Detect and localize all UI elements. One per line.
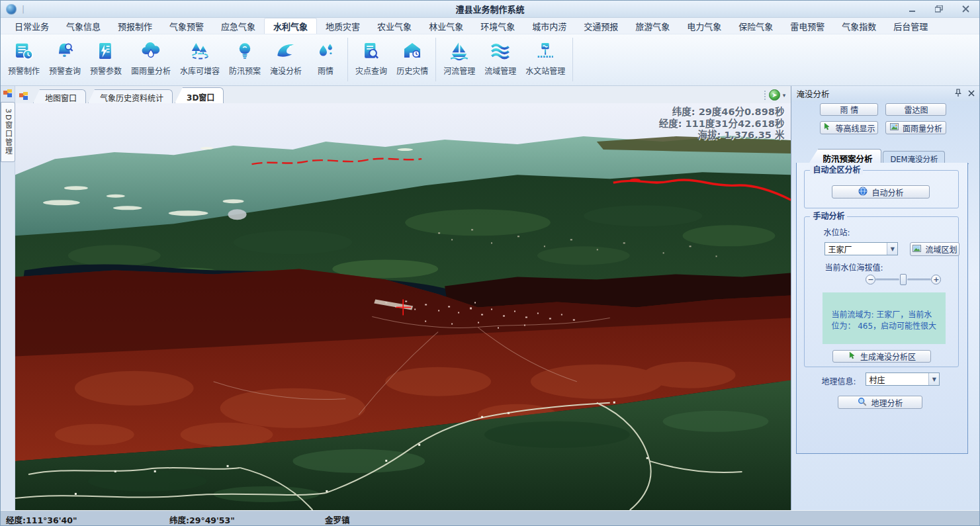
menu-item-emergency-weather[interactable]: 应急气象: [212, 18, 264, 34]
station-combobox[interactable]: 王家厂 ▼: [824, 242, 898, 255]
radar-image-button[interactable]: 雷达图: [885, 103, 946, 116]
add-layer-button[interactable]: ➤: [769, 89, 780, 101]
raindrops-icon: [314, 39, 337, 63]
doc-tab-3d-window[interactable]: 3D窗口: [175, 87, 224, 103]
menu-item-geo-disaster[interactable]: 地质灾害: [317, 18, 369, 34]
pin-icon[interactable]: [955, 89, 961, 99]
geo-info-combobox[interactable]: 村庄 ▼: [866, 373, 940, 386]
globe-icon: [858, 187, 868, 198]
menu-item-insurance-weather[interactable]: 保险气象: [730, 18, 781, 34]
tab-dem-flood-analysis[interactable]: DEM淹没分析: [883, 151, 945, 163]
ribbon-item-reservoir-capacity[interactable]: 水库可增容: [175, 38, 224, 77]
geo-analysis-button[interactable]: 地理分析: [838, 396, 922, 409]
menu-item-forestry-weather[interactable]: 林业气象: [420, 18, 472, 34]
menu-item-environment-weather[interactable]: 环境气象: [472, 18, 523, 34]
ribbon-item-warning-create[interactable]: 预警制作: [3, 38, 44, 77]
panel-body: 雨 情 雷达图 等高线显示 面雨量分析 防汛预案分析 DEM淹没分析: [791, 101, 979, 510]
titlebar-separator: |: [22, 5, 24, 14]
geo-info-label: 地理信息:: [821, 375, 856, 386]
ribbon-item-river-management[interactable]: 河流管理: [439, 38, 480, 77]
ribbon-item-disaster-point-query[interactable]: 灾点查询: [351, 38, 392, 77]
slider-decrease-icon[interactable]: −: [866, 275, 875, 285]
workspace: 3D窗口管理 地图窗口 气象历史资料统计 3D窗口 ➤ ▾: [1, 86, 979, 510]
auto-analysis-button[interactable]: 自动分析: [832, 185, 930, 198]
station-label: 水位站:: [823, 226, 850, 238]
menu-item-traffic-forecast[interactable]: 交通预报: [575, 18, 627, 34]
restore-button[interactable]: [930, 4, 948, 15]
menu-item-agriculture-weather[interactable]: 农业气象: [369, 18, 420, 34]
menu-item-weather-info[interactable]: 气象信息: [58, 18, 109, 34]
area-rain-analysis-button[interactable]: 面雨量分析: [885, 121, 946, 134]
menu-item-forecast-production[interactable]: 预报制作: [109, 18, 161, 34]
slider-track[interactable]: [875, 279, 899, 281]
dock-tab-3d-window-manager[interactable]: 3D窗口管理: [1, 102, 15, 162]
toolbar-overflow-caret[interactable]: ▾: [783, 92, 786, 99]
minimize-button[interactable]: [904, 4, 921, 15]
chevron-down-icon[interactable]: ▼: [887, 243, 897, 255]
window-title: 澧县业务制作系统: [1, 3, 979, 15]
ribbon-item-rain-info[interactable]: 雨情: [306, 38, 345, 77]
cursor-arrow-icon: [823, 122, 831, 133]
status-longitude: 经度:111°36'40": [6, 513, 77, 526]
generate-flood-zone-button[interactable]: 生成淹没分析区: [832, 350, 931, 363]
wave-icon: [274, 39, 298, 63]
doc-tab-weather-history-stats[interactable]: 气象历史资料统计: [88, 89, 173, 103]
doc-tab-map-window[interactable]: 地图窗口: [33, 89, 86, 103]
overlay-longitude: 经度: 111度31分42.618秒: [659, 118, 785, 130]
slider-increase-icon[interactable]: +: [931, 275, 941, 285]
ribbon-item-flood-analysis[interactable]: 淹没分析: [265, 38, 306, 77]
ribbon-item-flood-plan[interactable]: 防汛预案: [224, 38, 265, 77]
menu-item-backend-admin[interactable]: 后台管理: [885, 18, 936, 34]
flood-plan-tab-page: 自动全区分析 自动分析 手动分析 水位站: 王家厂 ▼: [796, 163, 968, 454]
contour-display-button[interactable]: 等高线显示: [820, 121, 878, 134]
water-level-slider[interactable]: − +: [866, 274, 941, 285]
picture-icon: [913, 245, 921, 254]
doc-edit-icon: [12, 39, 36, 63]
status-town: 金罗镇: [325, 513, 350, 526]
ribbon-item-basin-management[interactable]: 流域管理: [480, 38, 521, 77]
menu-item-lightning-warning[interactable]: 雷电预警: [781, 18, 833, 34]
chevron-down-icon[interactable]: ▼: [928, 373, 939, 385]
ribbon-item-history-disaster[interactable]: 历史灾情: [392, 38, 433, 77]
ribbon-group-separator: [347, 38, 348, 81]
ribbon-group-separator: [572, 38, 573, 81]
tab-flood-plan-analysis[interactable]: 防汛预案分析: [809, 149, 881, 163]
map-3d-view[interactable]: 纬度: 29度46分0.898秒 经度: 111度31分42.618秒 海拔: …: [15, 103, 791, 510]
document-area: 地图窗口 气象历史资料统计 3D窗口 ➤ ▾: [15, 86, 791, 510]
ribbon-item-area-rain-analysis[interactable]: 面雨量分析: [126, 38, 175, 77]
water-level-label: 当前水位海拔值:: [824, 261, 883, 273]
app-window: | 澧县业务制作系统 日常业务 气象信息 预报制作 气象预警 应急气象 水利气象…: [0, 0, 980, 526]
app-logo-icon: [6, 4, 17, 15]
ribbon-item-warning-query[interactable]: 预警查询: [44, 38, 85, 77]
status-bar: 经度:111°36'40" 纬度:29°49'53" 金罗镇: [1, 510, 979, 526]
slider-track[interactable]: [907, 279, 931, 281]
panel-header: 淹没分析: [791, 86, 979, 101]
menu-bar: 日常业务 气象信息 预报制作 气象预警 应急气象 水利气象 地质灾害 农业气象 …: [1, 18, 979, 34]
flood-analysis-panel: 淹没分析 雨 情 雷达图 等高线显示: [791, 86, 979, 510]
ribbon-toolbar: 预警制作 预警查询 预警参数 面雨量分析 水库可增容 防汛预案 淹没分析 雨情: [1, 34, 979, 86]
ribbon-group-separator: [435, 38, 436, 81]
waves-icon: [488, 39, 512, 63]
menu-item-urban-flood[interactable]: 城市内涝: [523, 18, 575, 34]
basin-zoning-button[interactable]: 流域区划: [910, 242, 959, 256]
hydro-station-icon: [533, 39, 557, 63]
rain-info-button[interactable]: 雨 情: [820, 103, 878, 116]
left-dock-strip: 3D窗口管理: [1, 86, 15, 510]
panel-close-icon[interactable]: [968, 89, 975, 99]
ribbon-item-hydro-station-management[interactable]: 水文站管理: [521, 38, 570, 77]
slider-thumb[interactable]: [900, 274, 907, 285]
close-button[interactable]: [957, 4, 974, 15]
menu-item-daily-business[interactable]: 日常业务: [6, 18, 58, 34]
analysis-tab-bar: 防汛预案分析 DEM淹没分析: [802, 149, 969, 164]
panel-title: 淹没分析: [796, 87, 829, 100]
menu-item-power-weather[interactable]: 电力气象: [678, 18, 730, 34]
auto-analysis-group: 自动全区分析 自动分析: [804, 170, 959, 208]
menu-item-weather-index[interactable]: 气象指数: [833, 18, 885, 34]
bulb-icon: [233, 39, 257, 63]
menu-item-water-weather[interactable]: 水利气象: [264, 18, 317, 34]
menu-item-weather-warning[interactable]: 气象预警: [161, 18, 212, 34]
layers-icon: [19, 92, 28, 101]
cloud-drop-icon: [139, 39, 163, 63]
ribbon-item-warning-params[interactable]: 预警参数: [85, 38, 126, 77]
menu-item-tourism-weather[interactable]: 旅游气象: [627, 18, 678, 34]
